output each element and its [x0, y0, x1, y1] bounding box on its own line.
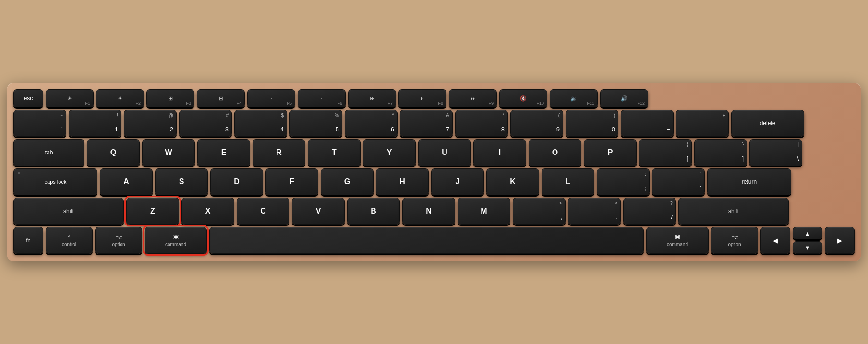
key-d[interactable]: D: [210, 168, 263, 195]
key-fn[interactable]: fn: [13, 227, 43, 254]
key-6[interactable]: ^ 6: [345, 110, 398, 137]
key-y[interactable]: Y: [363, 139, 416, 166]
key-command-right[interactable]: ⌘ command: [646, 227, 709, 254]
key-period[interactable]: > .: [568, 198, 621, 225]
f12-label: F12: [637, 101, 645, 106]
key-9[interactable]: ( 9: [510, 110, 563, 137]
key1-bot: 1: [115, 126, 118, 133]
f5-label: F5: [287, 101, 292, 106]
key-h[interactable]: H: [376, 168, 429, 195]
key-arrow-down[interactable]: ▼: [793, 241, 822, 254]
key-shift-left[interactable]: shift: [13, 198, 124, 225]
backslash-bot: \: [797, 155, 799, 162]
key-2[interactable]: @ 2: [124, 110, 177, 137]
key-i[interactable]: I: [473, 139, 526, 166]
key-space[interactable]: [209, 227, 644, 254]
key-z[interactable]: Z: [126, 198, 179, 225]
key-c[interactable]: C: [237, 198, 289, 225]
key-q[interactable]: Q: [87, 139, 140, 166]
minus-top: _: [667, 113, 670, 118]
key-f2[interactable]: ☀ F2: [96, 89, 144, 107]
key-m[interactable]: M: [458, 198, 510, 225]
fn-row: esc ☀ F1 ☀ F2 ⊞ F3 ⊟ F4 · F5 · F6 ⏮ F7: [13, 89, 855, 107]
key-w[interactable]: W: [142, 139, 195, 166]
key-slash[interactable]: ? /: [623, 198, 676, 225]
key6-top: ^: [392, 113, 394, 118]
key-4[interactable]: $ 4: [234, 110, 287, 137]
key-j[interactable]: J: [431, 168, 484, 195]
key-o[interactable]: O: [529, 139, 581, 166]
key-semicolon[interactable]: : ;: [597, 168, 650, 195]
key-capslock[interactable]: caps lock: [13, 168, 97, 195]
space-row: fn ^ control ⌥ option ⌘ command ⌘ comman…: [13, 227, 855, 254]
f4-label: F4: [236, 101, 241, 106]
key-l[interactable]: L: [542, 168, 594, 195]
key-f8[interactable]: ⏯ F8: [398, 89, 446, 107]
t-label: T: [332, 148, 337, 157]
key-option-right[interactable]: ⌥ option: [711, 227, 758, 254]
key-bracket-open[interactable]: { [: [639, 139, 692, 166]
key-f11[interactable]: 🔉 F11: [550, 89, 598, 107]
key-r[interactable]: R: [253, 139, 305, 166]
key1-top: !: [117, 113, 118, 118]
key-t[interactable]: T: [308, 139, 361, 166]
key-x[interactable]: X: [181, 198, 234, 225]
f6-icon: ·: [321, 95, 322, 101]
key-option-left[interactable]: ⌥ option: [95, 227, 142, 254]
key-arrow-up[interactable]: ▲: [793, 227, 822, 239]
key-k[interactable]: K: [486, 168, 539, 195]
key-1[interactable]: ! 1: [69, 110, 121, 137]
equals-top: +: [723, 113, 725, 118]
key-b[interactable]: B: [347, 198, 400, 225]
key-return[interactable]: return: [707, 168, 791, 195]
key-arrow-left[interactable]: ◀: [760, 227, 790, 254]
key-s[interactable]: S: [155, 168, 208, 195]
key-tilde[interactable]: ~ `: [13, 110, 66, 137]
key-bracket-close[interactable]: } ]: [694, 139, 747, 166]
key-minus[interactable]: _ −: [621, 110, 674, 137]
j-label: J: [456, 178, 460, 186]
key-equals[interactable]: + =: [676, 110, 729, 137]
key-f10[interactable]: 🔇 F10: [499, 89, 547, 107]
key-v[interactable]: V: [292, 198, 345, 225]
key-p[interactable]: P: [584, 139, 637, 166]
key-backslash[interactable]: | \: [749, 139, 802, 166]
f10-icon: 🔇: [520, 95, 527, 102]
key-shift-right[interactable]: shift: [678, 198, 789, 225]
key-quote[interactable]: " ': [652, 168, 705, 195]
key-n[interactable]: N: [402, 198, 455, 225]
key-f9[interactable]: ⏭ F9: [449, 89, 497, 107]
key-delete[interactable]: delete: [731, 110, 804, 137]
arrow-left-icon: ◀: [773, 237, 778, 244]
key-f3[interactable]: ⊞ F3: [146, 89, 194, 107]
key-f6[interactable]: · F6: [298, 89, 346, 107]
capslock-dot: [18, 172, 20, 174]
key-7[interactable]: & 7: [400, 110, 453, 137]
key-arrow-right[interactable]: ▶: [825, 227, 855, 254]
return-label: return: [742, 178, 757, 185]
key-f4[interactable]: ⊟ F4: [197, 89, 245, 107]
key-5[interactable]: % 5: [289, 110, 342, 137]
key-f[interactable]: F: [265, 168, 318, 195]
key-3[interactable]: # 3: [179, 110, 232, 137]
key-f12[interactable]: 🔊 F12: [600, 89, 648, 107]
key9-top: (: [558, 113, 560, 118]
key-f1[interactable]: ☀ F1: [46, 89, 94, 107]
key-control[interactable]: ^ control: [46, 227, 93, 254]
z-label: Z: [150, 207, 155, 215]
key-f5[interactable]: · F5: [247, 89, 295, 107]
f3-label: F3: [186, 101, 191, 106]
key-a[interactable]: A: [100, 168, 153, 195]
key-e[interactable]: E: [197, 139, 250, 166]
key-comma[interactable]: < ,: [513, 198, 566, 225]
key-esc[interactable]: esc: [13, 89, 43, 107]
key-g[interactable]: G: [321, 168, 374, 195]
key-tab[interactable]: tab: [13, 139, 84, 166]
key-f7[interactable]: ⏮ F7: [348, 89, 396, 107]
r-label: R: [276, 148, 282, 157]
key-u[interactable]: U: [418, 139, 471, 166]
key-0[interactable]: ) 0: [566, 110, 618, 137]
key-8[interactable]: * 8: [455, 110, 508, 137]
key8-bot: 8: [501, 126, 505, 133]
key-command-left[interactable]: ⌘ command: [145, 227, 207, 254]
